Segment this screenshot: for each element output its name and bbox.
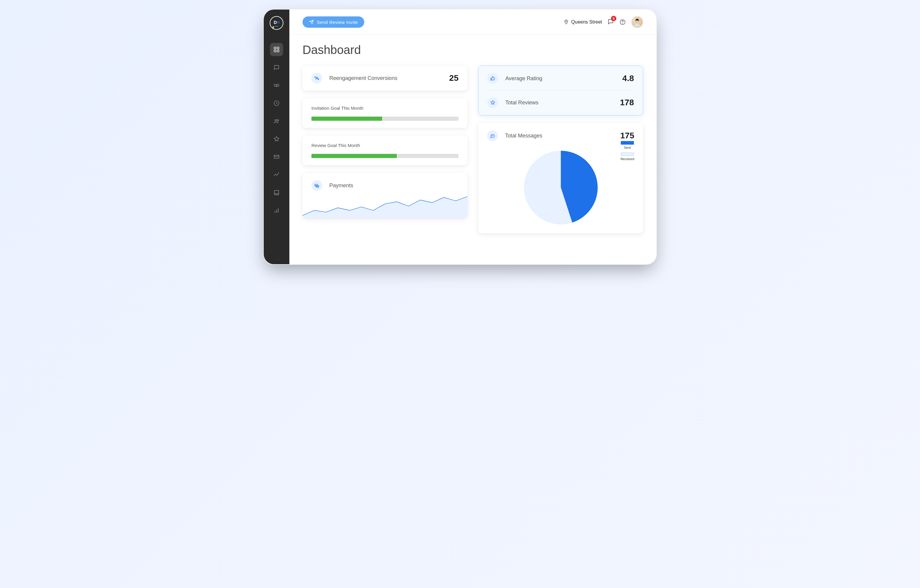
review-goal-label: Review Goal This Month	[311, 143, 458, 148]
sidebar: DH	[264, 10, 289, 264]
clock-icon	[273, 100, 280, 107]
total-reviews-value: 178	[620, 98, 634, 107]
mail-icon	[273, 153, 280, 160]
invitation-goal-progress	[311, 116, 458, 121]
line-chart-icon	[273, 171, 280, 178]
chat-bubble-icon	[490, 133, 495, 138]
legend-label-received: Received	[620, 157, 634, 161]
ratings-card: Average Rating 4.8 Total Reviews 178	[478, 66, 643, 115]
inbox-icon	[273, 189, 280, 196]
paper-plane-icon	[309, 20, 314, 24]
svg-rect-0	[274, 47, 276, 49]
invitation-goal-card: Invitation Goal This Month	[303, 99, 468, 128]
users-icon	[273, 118, 280, 124]
avg-rating-label: Average Rating	[505, 76, 622, 82]
coins-icon	[314, 183, 319, 188]
nav-dashboard[interactable]	[270, 43, 283, 56]
avg-rating-value: 4.8	[622, 74, 634, 83]
invitation-goal-label: Invitation Goal This Month	[311, 105, 458, 111]
nav-voicemail[interactable]	[270, 79, 283, 92]
svg-point-9	[277, 120, 279, 121]
review-goal-progress	[311, 154, 458, 158]
svg-point-5	[277, 84, 279, 86]
star-icon	[273, 136, 280, 142]
messages-pie-chart	[522, 149, 599, 226]
pin-icon	[564, 19, 569, 25]
reengagement-card: Reengagement Conversions 25	[303, 66, 468, 90]
legend-label-sent: Sent	[624, 146, 631, 149]
star-outline-icon	[490, 100, 496, 105]
notifications-button[interactable]: 5	[607, 18, 614, 26]
payments-sparkline	[303, 194, 468, 218]
location-label: Queens Street	[571, 19, 602, 25]
svg-point-8	[275, 120, 277, 121]
voicemail-icon	[273, 82, 280, 89]
total-messages-icon	[487, 130, 498, 141]
nav-reviews[interactable]	[270, 132, 283, 145]
svg-point-15	[565, 21, 567, 22]
nav-history[interactable]	[270, 97, 283, 110]
reengagement-icon	[311, 73, 322, 84]
total-messages-card: Total Messages 175 Sent	[478, 123, 643, 233]
nav-reports[interactable]	[270, 204, 283, 217]
reengagement-label: Reengagement Conversions	[329, 75, 449, 81]
thumbs-up-icon	[490, 76, 496, 81]
total-reviews-label: Total Reviews	[505, 100, 620, 106]
svg-point-22	[492, 136, 492, 136]
logo[interactable]: DH	[270, 16, 283, 30]
svg-point-4	[274, 84, 276, 86]
total-reviews-icon	[488, 97, 498, 108]
svg-rect-2	[274, 50, 276, 52]
payments-icon	[311, 180, 322, 191]
total-messages-label: Total Messages	[505, 133, 620, 139]
send-review-invite-label: Send Review Invite	[317, 20, 358, 25]
nav-messages[interactable]	[270, 61, 283, 74]
legend-swatch-sent	[621, 141, 634, 145]
nav-contacts[interactable]	[270, 115, 283, 128]
total-messages-value: 175	[620, 131, 634, 141]
grid-icon	[273, 46, 280, 53]
app-window: DH	[263, 9, 657, 265]
avatar[interactable]	[631, 16, 643, 28]
nav-analytics[interactable]	[270, 168, 283, 181]
avatar-image	[633, 18, 642, 27]
page-title: Dashboard	[303, 43, 643, 57]
topbar: Send Review Invite Queens Street 5	[289, 10, 656, 35]
refresh-user-icon	[314, 76, 319, 81]
payments-label: Payments	[329, 183, 458, 189]
svg-point-23	[492, 136, 493, 136]
payments-card: Payments	[303, 173, 468, 218]
send-review-invite-button[interactable]: Send Review Invite	[303, 16, 364, 28]
review-goal-card: Review Goal This Month	[303, 136, 468, 165]
notifications-badge: 5	[611, 16, 616, 21]
svg-point-19	[316, 77, 318, 78]
message-icon	[273, 64, 280, 71]
nav-inbox[interactable]	[270, 186, 283, 199]
messages-legend: Sent Received	[620, 141, 634, 161]
location-selector[interactable]: Queens Street	[564, 19, 602, 25]
bar-chart-icon	[273, 207, 280, 214]
nav-email[interactable]	[270, 150, 283, 163]
avg-rating-icon	[488, 73, 498, 84]
svg-rect-1	[277, 47, 279, 49]
reengagement-value: 25	[449, 73, 458, 83]
svg-rect-3	[277, 50, 279, 52]
legend-swatch-received	[621, 152, 634, 156]
help-icon[interactable]	[619, 19, 626, 25]
